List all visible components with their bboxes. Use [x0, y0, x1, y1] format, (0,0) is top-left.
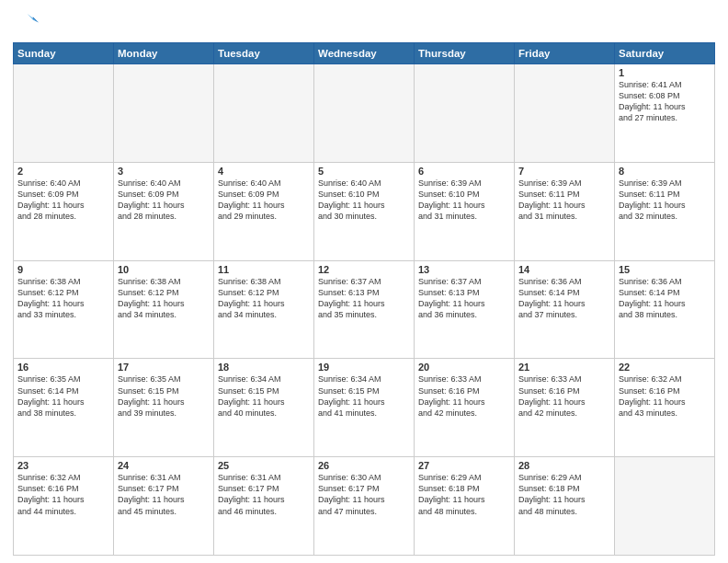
day-cell: 23Sunrise: 6:32 AMSunset: 6:16 PMDayligh…	[14, 457, 114, 556]
header	[13, 11, 715, 37]
day-info: Sunrise: 6:30 AMSunset: 6:17 PMDaylight:…	[318, 472, 410, 517]
day-info: Sunrise: 6:37 AMSunset: 6:13 PMDaylight:…	[418, 276, 510, 321]
day-number: 28	[518, 460, 610, 471]
day-number: 19	[318, 362, 410, 373]
day-number: 18	[218, 362, 310, 373]
day-number: 27	[418, 460, 510, 471]
day-cell	[515, 64, 615, 163]
day-number: 4	[218, 166, 310, 177]
day-info: Sunrise: 6:39 AMSunset: 6:11 PMDaylight:…	[518, 178, 610, 223]
day-number: 25	[218, 460, 310, 471]
day-number: 9	[17, 264, 109, 275]
day-number: 10	[118, 264, 210, 275]
day-cell: 14Sunrise: 6:36 AMSunset: 6:14 PMDayligh…	[515, 260, 615, 359]
day-info: Sunrise: 6:40 AMSunset: 6:09 PMDaylight:…	[17, 178, 109, 223]
weekday-tuesday: Tuesday	[214, 43, 314, 64]
svg-rect-0	[13, 11, 39, 37]
day-cell: 13Sunrise: 6:37 AMSunset: 6:13 PMDayligh…	[415, 260, 515, 359]
day-info: Sunrise: 6:33 AMSunset: 6:16 PMDaylight:…	[518, 373, 610, 419]
day-info: Sunrise: 6:31 AMSunset: 6:17 PMDaylight:…	[118, 472, 210, 517]
day-number: 22	[619, 362, 711, 373]
day-cell: 10Sunrise: 6:38 AMSunset: 6:12 PMDayligh…	[114, 260, 214, 359]
day-number: 17	[118, 362, 210, 373]
day-number: 21	[518, 362, 610, 373]
day-cell: 12Sunrise: 6:37 AMSunset: 6:13 PMDayligh…	[314, 260, 415, 359]
weekday-wednesday: Wednesday	[314, 43, 415, 64]
day-cell: 22Sunrise: 6:32 AMSunset: 6:16 PMDayligh…	[615, 359, 715, 457]
day-cell: 3Sunrise: 6:40 AMSunset: 6:09 PMDaylight…	[114, 162, 214, 260]
day-cell: 9Sunrise: 6:38 AMSunset: 6:12 PMDaylight…	[14, 260, 114, 359]
calendar-table: SundayMondayTuesdayWednesdayThursdayFrid…	[13, 42, 715, 556]
day-info: Sunrise: 6:32 AMSunset: 6:16 PMDaylight:…	[17, 472, 109, 517]
day-cell: 4Sunrise: 6:40 AMSunset: 6:09 PMDaylight…	[214, 162, 314, 260]
day-cell: 26Sunrise: 6:30 AMSunset: 6:17 PMDayligh…	[314, 457, 415, 556]
day-info: Sunrise: 6:35 AMSunset: 6:15 PMDaylight:…	[118, 373, 210, 419]
day-cell: 16Sunrise: 6:35 AMSunset: 6:14 PMDayligh…	[14, 359, 114, 457]
day-number: 6	[418, 166, 510, 177]
day-cell	[14, 64, 114, 163]
day-number: 24	[118, 460, 210, 471]
day-number: 15	[619, 264, 711, 275]
day-info: Sunrise: 6:40 AMSunset: 6:10 PMDaylight:…	[318, 178, 410, 223]
day-number: 5	[318, 166, 410, 177]
week-row-1: 2Sunrise: 6:40 AMSunset: 6:09 PMDaylight…	[14, 162, 715, 260]
week-row-3: 16Sunrise: 6:35 AMSunset: 6:14 PMDayligh…	[14, 359, 715, 457]
weekday-saturday: Saturday	[615, 43, 715, 64]
day-number: 16	[17, 362, 109, 373]
day-cell	[615, 457, 715, 556]
day-number: 26	[318, 460, 410, 471]
day-cell: 6Sunrise: 6:39 AMSunset: 6:10 PMDaylight…	[415, 162, 515, 260]
week-row-4: 23Sunrise: 6:32 AMSunset: 6:16 PMDayligh…	[14, 457, 715, 556]
weekday-friday: Friday	[515, 43, 615, 64]
day-info: Sunrise: 6:38 AMSunset: 6:12 PMDaylight:…	[17, 276, 109, 321]
day-info: Sunrise: 6:31 AMSunset: 6:17 PMDaylight:…	[218, 472, 310, 517]
week-row-2: 9Sunrise: 6:38 AMSunset: 6:12 PMDaylight…	[14, 260, 715, 359]
day-cell: 27Sunrise: 6:29 AMSunset: 6:18 PMDayligh…	[415, 457, 515, 556]
weekday-sunday: Sunday	[14, 43, 114, 64]
day-cell	[214, 64, 314, 163]
day-number: 7	[518, 166, 610, 177]
day-info: Sunrise: 6:35 AMSunset: 6:14 PMDaylight:…	[17, 373, 109, 419]
day-cell	[314, 64, 415, 163]
day-cell: 20Sunrise: 6:33 AMSunset: 6:16 PMDayligh…	[415, 359, 515, 457]
logo-icon	[13, 11, 39, 37]
day-cell: 11Sunrise: 6:38 AMSunset: 6:12 PMDayligh…	[214, 260, 314, 359]
day-cell: 2Sunrise: 6:40 AMSunset: 6:09 PMDaylight…	[14, 162, 114, 260]
weekday-thursday: Thursday	[415, 43, 515, 64]
day-cell: 17Sunrise: 6:35 AMSunset: 6:15 PMDayligh…	[114, 359, 214, 457]
day-cell: 5Sunrise: 6:40 AMSunset: 6:10 PMDaylight…	[314, 162, 415, 260]
day-info: Sunrise: 6:34 AMSunset: 6:15 PMDaylight:…	[318, 373, 410, 419]
day-cell	[415, 64, 515, 163]
day-number: 1	[619, 67, 711, 78]
day-info: Sunrise: 6:40 AMSunset: 6:09 PMDaylight:…	[118, 178, 210, 223]
day-cell: 21Sunrise: 6:33 AMSunset: 6:16 PMDayligh…	[515, 359, 615, 457]
day-cell: 18Sunrise: 6:34 AMSunset: 6:15 PMDayligh…	[214, 359, 314, 457]
week-row-0: 1Sunrise: 6:41 AMSunset: 6:08 PMDaylight…	[14, 64, 715, 163]
day-number: 14	[518, 264, 610, 275]
day-cell: 8Sunrise: 6:39 AMSunset: 6:11 PMDaylight…	[615, 162, 715, 260]
page: SundayMondayTuesdayWednesdayThursdayFrid…	[0, 0, 728, 563]
day-info: Sunrise: 6:33 AMSunset: 6:16 PMDaylight:…	[418, 373, 510, 419]
day-info: Sunrise: 6:37 AMSunset: 6:13 PMDaylight:…	[318, 276, 410, 321]
day-info: Sunrise: 6:34 AMSunset: 6:15 PMDaylight:…	[218, 373, 310, 419]
day-cell	[114, 64, 214, 163]
day-cell: 24Sunrise: 6:31 AMSunset: 6:17 PMDayligh…	[114, 457, 214, 556]
day-cell: 7Sunrise: 6:39 AMSunset: 6:11 PMDaylight…	[515, 162, 615, 260]
day-info: Sunrise: 6:39 AMSunset: 6:11 PMDaylight:…	[619, 178, 711, 223]
day-number: 13	[418, 264, 510, 275]
day-info: Sunrise: 6:38 AMSunset: 6:12 PMDaylight:…	[118, 276, 210, 321]
day-info: Sunrise: 6:36 AMSunset: 6:14 PMDaylight:…	[619, 276, 711, 321]
day-info: Sunrise: 6:36 AMSunset: 6:14 PMDaylight:…	[518, 276, 610, 321]
day-number: 20	[418, 362, 510, 373]
day-number: 12	[318, 264, 410, 275]
day-cell: 28Sunrise: 6:29 AMSunset: 6:18 PMDayligh…	[515, 457, 615, 556]
day-number: 11	[218, 264, 310, 275]
day-number: 2	[17, 166, 109, 177]
day-info: Sunrise: 6:29 AMSunset: 6:18 PMDaylight:…	[518, 472, 610, 517]
day-info: Sunrise: 6:40 AMSunset: 6:09 PMDaylight:…	[218, 178, 310, 223]
day-cell: 25Sunrise: 6:31 AMSunset: 6:17 PMDayligh…	[214, 457, 314, 556]
logo	[13, 11, 42, 37]
day-cell: 19Sunrise: 6:34 AMSunset: 6:15 PMDayligh…	[314, 359, 415, 457]
day-info: Sunrise: 6:39 AMSunset: 6:10 PMDaylight:…	[418, 178, 510, 223]
day-info: Sunrise: 6:29 AMSunset: 6:18 PMDaylight:…	[418, 472, 510, 517]
